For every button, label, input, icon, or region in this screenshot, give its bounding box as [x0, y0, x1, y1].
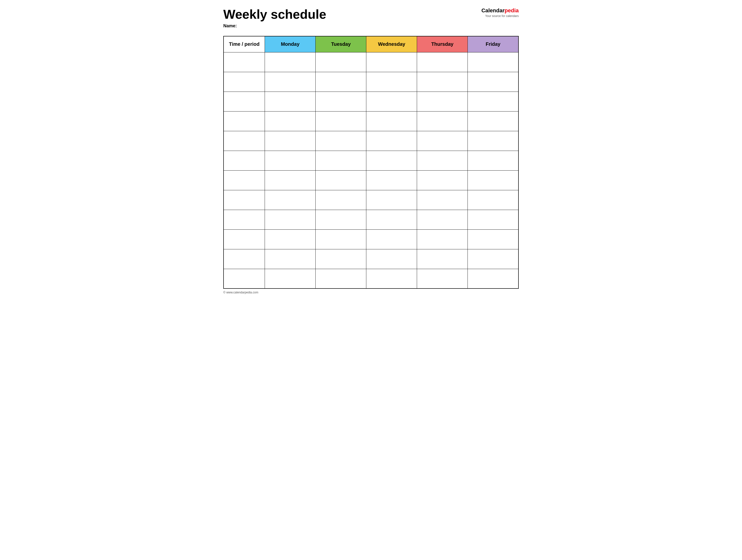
- time-cell[interactable]: [223, 151, 265, 170]
- day-cell[interactable]: [468, 151, 519, 170]
- day-cell[interactable]: [468, 249, 519, 269]
- day-cell[interactable]: [366, 151, 417, 170]
- table-row: [223, 72, 519, 92]
- day-cell[interactable]: [265, 269, 316, 288]
- day-cell[interactable]: [316, 111, 366, 131]
- day-cell[interactable]: [265, 190, 316, 210]
- day-cell[interactable]: [417, 229, 468, 249]
- table-row: [223, 92, 519, 111]
- day-cell[interactable]: [366, 170, 417, 190]
- day-cell[interactable]: [366, 210, 417, 229]
- day-cell[interactable]: [468, 72, 519, 92]
- day-cell[interactable]: [316, 170, 366, 190]
- day-cell[interactable]: [316, 210, 366, 229]
- day-cell[interactable]: [417, 52, 468, 72]
- logo-area: Calendarpedia Your source for calendars: [481, 7, 519, 18]
- col-header-friday: Friday: [468, 36, 519, 52]
- day-cell[interactable]: [265, 151, 316, 170]
- day-cell[interactable]: [265, 92, 316, 111]
- day-cell[interactable]: [265, 111, 316, 131]
- day-cell[interactable]: [417, 269, 468, 288]
- day-cell[interactable]: [468, 170, 519, 190]
- time-cell[interactable]: [223, 170, 265, 190]
- day-cell[interactable]: [366, 229, 417, 249]
- day-cell[interactable]: [366, 249, 417, 269]
- col-header-tuesday: Tuesday: [316, 36, 366, 52]
- day-cell[interactable]: [265, 131, 316, 151]
- time-cell[interactable]: [223, 111, 265, 131]
- schedule-table: Time / period Monday Tuesday Wednesday T…: [223, 36, 519, 289]
- day-cell[interactable]: [366, 72, 417, 92]
- time-cell[interactable]: [223, 92, 265, 111]
- day-cell[interactable]: [366, 111, 417, 131]
- day-cell[interactable]: [316, 72, 366, 92]
- table-row: [223, 190, 519, 210]
- table-row: [223, 249, 519, 269]
- day-cell[interactable]: [316, 131, 366, 151]
- day-cell[interactable]: [316, 229, 366, 249]
- day-cell[interactable]: [417, 131, 468, 151]
- day-cell[interactable]: [265, 72, 316, 92]
- col-header-wednesday: Wednesday: [366, 36, 417, 52]
- header-section: Weekly schedule Name: Calendarpedia Your…: [223, 7, 519, 34]
- day-cell[interactable]: [366, 131, 417, 151]
- day-cell[interactable]: [417, 111, 468, 131]
- day-cell[interactable]: [417, 72, 468, 92]
- logo-calendar-text: Calendar: [481, 7, 505, 13]
- day-cell[interactable]: [468, 131, 519, 151]
- day-cell[interactable]: [468, 92, 519, 111]
- time-cell[interactable]: [223, 229, 265, 249]
- day-cell[interactable]: [417, 210, 468, 229]
- day-cell[interactable]: [417, 170, 468, 190]
- time-cell[interactable]: [223, 249, 265, 269]
- day-cell[interactable]: [468, 190, 519, 210]
- time-cell[interactable]: [223, 131, 265, 151]
- table-row: [223, 111, 519, 131]
- page-title: Weekly schedule: [223, 7, 481, 21]
- time-cell[interactable]: [223, 190, 265, 210]
- col-header-time: Time / period: [223, 36, 265, 52]
- day-cell[interactable]: [265, 170, 316, 190]
- day-cell[interactable]: [316, 92, 366, 111]
- day-cell[interactable]: [265, 210, 316, 229]
- day-cell[interactable]: [417, 190, 468, 210]
- day-cell[interactable]: [468, 269, 519, 288]
- day-cell[interactable]: [468, 210, 519, 229]
- day-cell[interactable]: [265, 229, 316, 249]
- day-cell[interactable]: [316, 151, 366, 170]
- day-cell[interactable]: [366, 52, 417, 72]
- day-cell[interactable]: [316, 52, 366, 72]
- title-area: Weekly schedule Name:: [223, 7, 481, 34]
- day-cell[interactable]: [468, 111, 519, 131]
- header-row: Time / period Monday Tuesday Wednesday T…: [223, 36, 519, 52]
- table-row: [223, 170, 519, 190]
- day-cell[interactable]: [366, 190, 417, 210]
- day-cell[interactable]: [265, 52, 316, 72]
- day-cell[interactable]: [417, 92, 468, 111]
- day-cell[interactable]: [366, 269, 417, 288]
- table-row: [223, 52, 519, 72]
- table-row: [223, 131, 519, 151]
- logo-tagline: Your source for calendars: [481, 14, 519, 18]
- time-cell[interactable]: [223, 210, 265, 229]
- time-cell[interactable]: [223, 269, 265, 288]
- day-cell[interactable]: [265, 249, 316, 269]
- name-label: Name:: [223, 23, 481, 29]
- day-cell[interactable]: [316, 269, 366, 288]
- day-cell[interactable]: [316, 190, 366, 210]
- table-row: [223, 229, 519, 249]
- logo-text: Calendarpedia: [481, 7, 519, 14]
- day-cell[interactable]: [316, 249, 366, 269]
- logo-pedia-text: pedia: [505, 7, 519, 13]
- table-row: [223, 210, 519, 229]
- table-row: [223, 269, 519, 288]
- table-body: [223, 52, 519, 288]
- day-cell[interactable]: [468, 52, 519, 72]
- time-cell[interactable]: [223, 72, 265, 92]
- time-cell[interactable]: [223, 52, 265, 72]
- day-cell[interactable]: [366, 92, 417, 111]
- day-cell[interactable]: [468, 229, 519, 249]
- day-cell[interactable]: [417, 151, 468, 170]
- col-header-thursday: Thursday: [417, 36, 468, 52]
- day-cell[interactable]: [417, 249, 468, 269]
